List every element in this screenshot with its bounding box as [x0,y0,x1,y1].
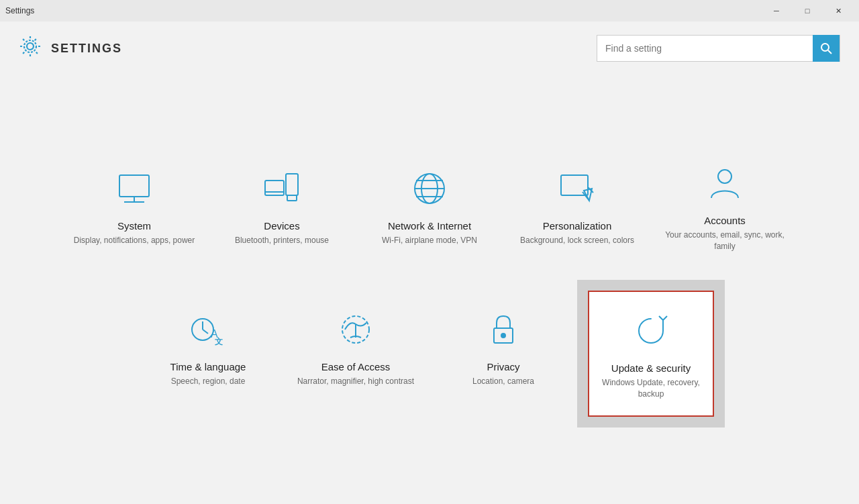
window-title: Settings [5,6,34,15]
svg-point-19 [718,170,731,183]
svg-line-3 [828,50,831,54]
search-input[interactable] [597,43,813,54]
tile-ease[interactable]: Ease of AccessNarrator, magnifier, high … [282,280,430,414]
time-icon: A 文 [185,306,232,353]
tile-desc-personalization: Background, lock screen, colors [520,235,634,246]
tile-accounts[interactable]: AccountsYour accounts, email, sync, work… [651,139,799,273]
tile-desc-time: Speech, region, date [171,376,246,387]
tile-privacy[interactable]: PrivacyLocation, camera [430,280,577,414]
tile-network[interactable]: Network & InternetWi-Fi, airplane mode, … [356,139,503,273]
svg-point-0 [27,43,34,50]
tile-desc-devices: Bluetooth, printers, mouse [235,235,329,246]
svg-line-22 [203,330,208,334]
settings-title: SETTINGS [51,42,122,56]
maximize-button[interactable]: □ [792,0,823,21]
header-left: SETTINGS [19,35,122,62]
tile-personalization[interactable]: PersonalizationBackground, lock screen, … [503,139,651,273]
header: SETTINGS [0,21,859,75]
tile-desc-update: Windows Update, recovery, backup [596,377,706,400]
tile-desc-system: Display, notifications, apps, power [74,235,195,246]
tile-name-network: Network & Internet [388,220,471,232]
tile-desc-accounts: Your accounts, email, sync, work, family [658,230,792,252]
svg-point-2 [821,44,829,51]
search-box [597,35,840,62]
tile-name-ease: Ease of Access [321,361,391,372]
svg-point-28 [501,334,505,338]
personalization-icon [554,165,601,212]
system-icon [111,165,158,212]
svg-point-1 [24,40,36,52]
tile-time[interactable]: A 文 Time & languageSpeech, region, date [134,280,282,414]
tile-name-time: Time & language [170,361,246,372]
ease-icon [332,306,379,353]
tile-name-privacy: Privacy [487,361,519,372]
tile-devices[interactable]: DevicesBluetooth, printers, mouse [208,139,356,273]
search-button[interactable] [813,35,840,62]
title-bar: Settings ─ □ ✕ [0,0,859,21]
tile-desc-ease: Narrator, magnifier, high contrast [297,376,414,387]
tile-name-accounts: Accounts [704,215,746,226]
grid-row-1: SystemDisplay, notifications, apps, powe… [60,139,799,273]
update-icon [627,307,674,354]
tile-name-devices: Devices [264,220,299,232]
close-button[interactable]: ✕ [823,0,854,21]
tile-name-system: System [117,220,151,232]
svg-text:文: 文 [215,337,223,346]
tile-update[interactable]: Update & securityWindows Update, recover… [577,280,725,427]
svg-rect-10 [287,195,297,201]
settings-gear-icon [19,35,42,62]
settings-content: SystemDisplay, notifications, apps, powe… [0,75,859,504]
network-icon [406,165,453,212]
privacy-icon [480,306,527,353]
tile-desc-privacy: Location, camera [472,376,534,387]
tile-name-update: Update & security [611,362,691,374]
svg-rect-9 [286,174,298,195]
devices-icon [258,165,305,212]
settings-window: SETTINGS SystemDisplay, notifications, a… [0,21,859,504]
minimize-button[interactable]: ─ [761,0,792,21]
tile-system[interactable]: SystemDisplay, notifications, apps, powe… [60,139,208,273]
tile-desc-network: Wi-Fi, airplane mode, VPN [382,235,477,246]
accounts-icon [701,160,748,207]
svg-rect-8 [265,181,284,195]
svg-rect-17 [561,175,588,195]
grid-row-2: A 文 Time & languageSpeech, region, date … [134,280,725,427]
svg-rect-4 [119,175,149,197]
window-controls: ─ □ ✕ [761,0,854,21]
tile-name-personalization: Personalization [543,220,612,232]
